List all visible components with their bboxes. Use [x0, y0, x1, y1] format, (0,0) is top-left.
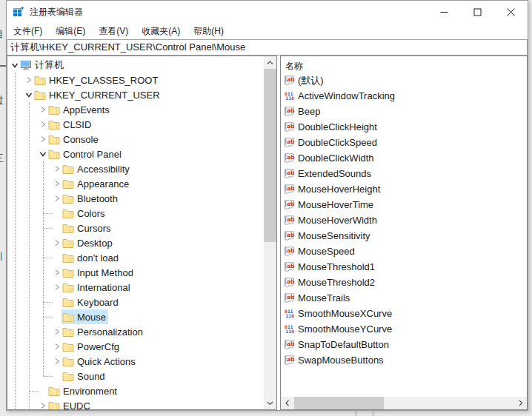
value-item-doubleclickwidth[interactable]: abDoubleClickWidth — [281, 150, 527, 166]
value-item-beep[interactable]: abBeep — [281, 104, 527, 119]
tree-item-environment[interactable]: Environment — [47, 383, 119, 398]
value-item-smoothmousexcurve[interactable]: 011110SmoothMouseXCurve — [281, 306, 527, 321]
tree-vertical-scrollbar[interactable] — [264, 56, 276, 409]
tree-item-personalization[interactable]: Personalization — [61, 324, 145, 339]
value-item-extendedsounds[interactable]: abExtendedSounds — [281, 166, 527, 181]
tree-item-sound[interactable]: Sound — [61, 369, 107, 383]
tree-guide — [29, 102, 30, 409]
column-header-name[interactable]: 名称 — [281, 56, 527, 73]
chevron-right-icon[interactable] — [24, 73, 33, 87]
chevron-down-icon[interactable] — [24, 87, 33, 102]
background-line — [356, 411, 356, 416]
address-bar-input[interactable]: 计算机\HKEY_CURRENT_USER\Control Panel\Mous… — [7, 39, 528, 56]
tree-item-hkey-classes-root[interactable]: HKEY_CLASSES_ROOT — [33, 73, 160, 87]
value-item-mousehoverwidth[interactable]: abMouseHoverWidth — [281, 212, 527, 228]
value-item-swapmousebuttons[interactable]: abSwapMouseButtons — [281, 352, 527, 368]
chevron-right-icon[interactable] — [53, 176, 61, 191]
svg-text:110: 110 — [286, 95, 295, 101]
tree-item-eudc[interactable]: EUDC — [47, 398, 93, 409]
chevron-right-icon[interactable] — [53, 235, 61, 250]
menu-h[interactable]: 帮助(H) — [187, 23, 230, 40]
chevron-right-icon[interactable] — [53, 191, 61, 206]
menu-f[interactable]: 文件(F) — [7, 23, 49, 40]
chevron-down-icon[interactable] — [39, 147, 47, 161]
tree-item-bluetooth[interactable]: Bluetooth — [61, 191, 120, 206]
value-item-mousesensitivity[interactable]: abMouseSensitivity — [281, 228, 527, 244]
tree-item-international[interactable]: International — [61, 280, 133, 295]
tree-item-colors[interactable]: Colors — [61, 206, 107, 221]
tree-guide — [15, 73, 16, 409]
maximize-button[interactable] — [461, 1, 494, 23]
registry-editor-window: 注册表编辑器 文件(F)编辑(E)查看(V)收藏夹(A)帮助(H) 计算机\HK… — [6, 0, 528, 411]
svg-text:ab: ab — [287, 170, 295, 176]
scroll-left-button[interactable] — [281, 397, 293, 409]
chevron-down-icon[interactable] — [10, 58, 19, 73]
tree-item-desktop[interactable]: Desktop — [61, 235, 115, 250]
folder-icon — [62, 164, 74, 174]
tree-item-item-0[interactable]: 计算机 — [19, 58, 66, 73]
scroll-up-button[interactable] — [264, 56, 276, 69]
tree-item-powercfg[interactable]: PowerCfg — [61, 339, 122, 354]
value-item-activewindowtracking[interactable]: 011110ActiveWindowTracking — [281, 88, 527, 104]
chevron-right-icon[interactable] — [53, 280, 61, 295]
folder-icon — [48, 401, 60, 410]
chevron-right-icon[interactable] — [53, 161, 61, 176]
value-name: MouseSpeed — [298, 246, 355, 257]
value-item-mousetrails[interactable]: abMouseTrails — [281, 290, 527, 306]
tree-item-label: HKEY_CURRENT_USER — [49, 90, 160, 101]
value-item-doubleclickheight[interactable]: abDoubleClickHeight — [281, 119, 527, 135]
tree-item-keyboard[interactable]: Keyboard — [61, 295, 121, 309]
tree-row: Quick Actions — [7, 354, 264, 369]
value-item-doubleclickspeed[interactable]: abDoubleClickSpeed — [281, 135, 527, 150]
value-item-mousehoverheight[interactable]: abMouseHoverHeight — [281, 181, 527, 197]
tree-item-quick-actions[interactable]: Quick Actions — [61, 354, 138, 369]
tree-item-clsid[interactable]: CLSID — [47, 117, 93, 132]
menu-a[interactable]: 收藏夹(A) — [135, 23, 187, 40]
menu-v[interactable]: 查看(V) — [92, 23, 135, 40]
tree-spacer — [53, 206, 61, 221]
tree-item-don-t-load[interactable]: don't load — [61, 250, 121, 265]
value-item-snaptodefaultbutton[interactable]: abSnapToDefaultButton — [281, 337, 527, 352]
tree-item-control-panel[interactable]: Control Panel — [47, 147, 124, 161]
tree-connector — [43, 228, 53, 229]
chevron-right-icon[interactable] — [39, 398, 47, 409]
value-item-item-0[interactable]: ab(默认) — [281, 73, 527, 88]
scroll-right-button[interactable] — [514, 397, 527, 409]
folder-icon — [62, 357, 74, 366]
tree-item-cursors[interactable]: Cursors — [61, 221, 113, 235]
tree-row: Input Method — [7, 265, 264, 280]
tree-item-console[interactable]: Console — [47, 132, 101, 147]
tree-item-appearance[interactable]: Appearance — [61, 176, 131, 191]
tree-item-mouse[interactable]: Mouse — [61, 309, 108, 324]
chevron-right-icon[interactable] — [53, 265, 61, 280]
chevron-right-icon[interactable] — [39, 117, 47, 132]
value-item-mousespeed[interactable]: abMouseSpeed — [281, 244, 527, 259]
value-item-mousethreshold1[interactable]: abMouseThreshold1 — [281, 259, 527, 275]
value-item-mousethreshold2[interactable]: abMouseThreshold2 — [281, 275, 527, 290]
folder-icon — [62, 253, 74, 263]
value-name: MouseThreshold1 — [298, 261, 375, 272]
value-item-smoothmouseycurve[interactable]: 011110SmoothMouseYCurve — [281, 321, 527, 337]
minimize-button[interactable] — [428, 1, 461, 23]
chevron-right-icon[interactable] — [39, 132, 47, 147]
chevron-right-icon[interactable] — [53, 354, 61, 369]
chevron-right-icon[interactable] — [53, 324, 61, 339]
tree-item-input-method[interactable]: Input Method — [61, 265, 136, 280]
svg-text:ab: ab — [287, 76, 295, 83]
close-button[interactable] — [494, 1, 528, 23]
scrollbar-thumb[interactable] — [264, 69, 276, 242]
chevron-right-icon[interactable] — [53, 339, 61, 354]
value-item-mousehovertime[interactable]: abMouseHoverTime — [281, 197, 527, 212]
folder-icon — [48, 135, 60, 144]
tree-spacer — [53, 221, 61, 235]
value-name: DoubleClickHeight — [298, 121, 377, 132]
tree-item-accessibility[interactable]: Accessibility — [61, 161, 132, 176]
tree-item-appevents[interactable]: AppEvents — [47, 102, 112, 117]
chevron-right-icon[interactable] — [39, 102, 47, 117]
scrollbar-thumb[interactable] — [294, 397, 384, 409]
scroll-down-button[interactable] — [264, 397, 276, 409]
values-horizontal-scrollbar[interactable] — [281, 397, 527, 409]
menu-e[interactable]: 编辑(E) — [49, 23, 92, 40]
values-pane: 名称 ab(默认)011110ActiveWindowTrackingabBee… — [280, 56, 528, 410]
tree-item-hkey-current-user[interactable]: HKEY_CURRENT_USER — [33, 87, 162, 102]
